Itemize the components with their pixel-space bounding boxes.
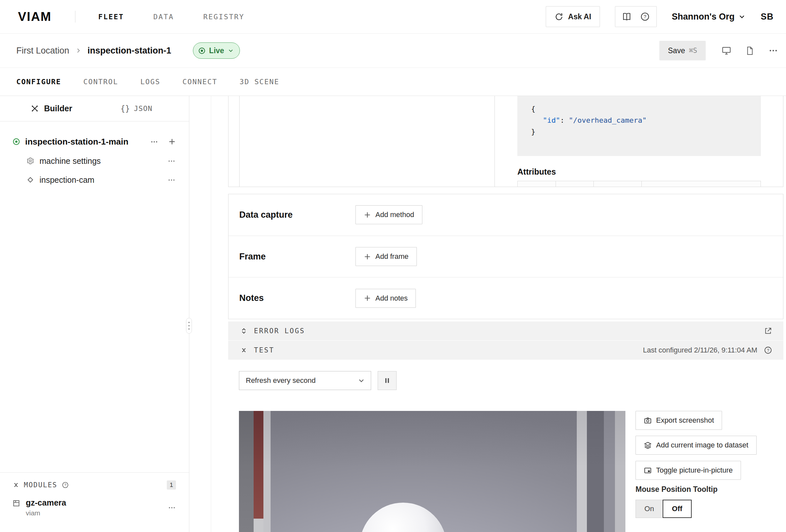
expand-section-icon[interactable]	[240, 327, 248, 334]
code-line: {	[531, 103, 761, 115]
ask-ai-button[interactable]: Ask AI	[546, 6, 600, 27]
builder-json-toggle: Builder {} JSON	[0, 96, 189, 121]
mouse-position-tooltip-label: Mouse Position Tooltip	[635, 485, 717, 494]
picture-in-picture-icon	[644, 466, 652, 475]
test-bar[interactable]: TEST Last configured 2/11/26, 9:11:04 AM…	[228, 341, 783, 360]
modules-header: MODULES ? 1	[13, 481, 176, 490]
inspection-cam-more-icon[interactable]	[167, 176, 176, 184]
tree-item-machine-settings[interactable]: machine settings	[0, 152, 189, 170]
gear-icon	[26, 157, 34, 165]
module-item-gz-camera[interactable]: gz-camera viam	[13, 498, 176, 517]
sidebar-resize-handle[interactable]	[186, 318, 192, 333]
module-more-icon[interactable]	[168, 504, 176, 512]
collapse-section-icon[interactable]	[13, 481, 20, 489]
module-icon	[13, 499, 20, 517]
error-logs-bar[interactable]: ERROR LOGS	[228, 322, 783, 341]
plus-icon	[364, 253, 371, 260]
more-options-icon[interactable]	[768, 46, 778, 55]
breadcrumb-chevron-icon	[75, 47, 82, 54]
top-navbar: VIAM FLEET DATA REGISTRY Ask AI	[0, 0, 786, 33]
nav-fleet[interactable]: FLEET	[98, 13, 124, 21]
modules-section: MODULES ? 1 gz-camera viam	[0, 472, 189, 532]
builder-tools-icon	[31, 105, 39, 113]
add-method-button[interactable]: Add method	[355, 205, 422, 224]
pause-icon	[384, 377, 391, 384]
user-avatar[interactable]: SB	[761, 12, 778, 22]
machine-header-bar: First Location inspection-station-1 Live…	[0, 33, 786, 68]
document-icon[interactable]	[745, 46, 755, 55]
component-empty-panel	[239, 96, 495, 187]
docs-book-icon[interactable]	[622, 12, 632, 22]
braces-icon: {}	[120, 104, 130, 113]
header-icon-group: ?	[615, 6, 657, 27]
monitor-icon[interactable]	[721, 46, 732, 56]
toggle-pip-button[interactable]: Toggle picture-in-picture	[635, 461, 741, 480]
test-help-icon[interactable]: ?	[764, 346, 772, 354]
add-component-icon[interactable]	[168, 138, 176, 145]
json-label: JSON	[134, 105, 153, 113]
json-mode-button[interactable]: {} JSON	[120, 104, 153, 113]
tab-control[interactable]: CONTROL	[83, 78, 118, 86]
tooltip-off-button[interactable]: Off	[663, 500, 692, 518]
inspection-cam-label: inspection-cam	[40, 175, 94, 185]
org-switcher[interactable]: Shannon's Org	[672, 12, 745, 22]
live-icon	[198, 47, 206, 54]
topnav-right: Ask AI ? Shannon's Org	[546, 6, 778, 27]
tab-logs[interactable]: LOGS	[140, 78, 160, 86]
machine-settings-label: machine settings	[40, 156, 101, 166]
last-configured-text: Last configured 2/11/26, 9:11:04 AM	[643, 346, 757, 354]
save-label: Save	[668, 46, 685, 55]
data-capture-title: Data capture	[239, 210, 355, 220]
tab-3d-scene[interactable]: 3D SCENE	[239, 78, 279, 86]
attributes-json-editor[interactable]: { "id": "/overhead_camera" }	[517, 96, 761, 156]
module-publisher: viam	[26, 509, 66, 517]
modules-title: MODULES	[24, 481, 57, 489]
pause-refresh-button[interactable]	[378, 371, 397, 390]
frame-title: Frame	[239, 252, 355, 262]
chevron-down-icon	[358, 377, 365, 384]
breadcrumb-location[interactable]: First Location	[16, 46, 69, 56]
tab-configure[interactable]: CONFIGURE	[16, 78, 61, 86]
json-key: "id"	[543, 116, 560, 124]
add-frame-button[interactable]: Add frame	[355, 247, 417, 266]
part-more-options-icon[interactable]	[150, 138, 158, 146]
org-name: Shannon's Org	[672, 12, 735, 22]
svg-text:?: ?	[64, 483, 66, 487]
nav-data[interactable]: DATA	[154, 13, 174, 21]
component-diamond-icon	[26, 176, 34, 184]
machine-part-tree: inspection-station-1-main	[0, 121, 189, 189]
add-to-dataset-button[interactable]: Add current image to dataset	[635, 436, 757, 455]
frame-section: Frame Add frame	[229, 236, 783, 278]
attributes-table-header	[517, 181, 761, 187]
attributes-heading: Attributes	[517, 167, 556, 177]
open-external-icon[interactable]	[764, 327, 772, 335]
save-button[interactable]: Save ⌘S	[660, 41, 706, 61]
tree-item-main-part[interactable]: inspection-station-1-main	[0, 132, 189, 152]
live-chevron-down-icon	[228, 48, 234, 53]
camera-icon	[644, 416, 652, 425]
test-title: TEST	[254, 346, 275, 354]
machine-settings-more-icon[interactable]	[167, 157, 176, 165]
svg-text:?: ?	[767, 348, 769, 353]
tab-connect[interactable]: CONNECT	[183, 78, 217, 86]
live-label: Live	[209, 46, 224, 55]
sidebar-spacer	[0, 189, 189, 472]
help-icon[interactable]: ?	[640, 12, 650, 22]
tree-item-inspection-cam[interactable]: inspection-cam	[0, 170, 189, 189]
nav-registry[interactable]: REGISTRY	[203, 13, 245, 21]
live-status-pill[interactable]: Live	[193, 42, 240, 59]
add-notes-button[interactable]: Add notes	[355, 289, 416, 308]
camera-feed[interactable]	[239, 411, 625, 532]
svg-text:?: ?	[644, 14, 646, 19]
builder-mode-button[interactable]: Builder	[31, 104, 72, 113]
refresh-rate-select[interactable]: Refresh every second	[239, 371, 371, 390]
camera-scene-vignette	[239, 411, 625, 532]
config-main: { "id": "/overhead_camera" } Attributes …	[189, 96, 786, 532]
ask-ai-label: Ask AI	[568, 13, 591, 21]
component-sections-card: Data capture Add method Frame Add	[228, 194, 783, 319]
tooltip-on-button[interactable]: On	[635, 500, 663, 518]
modules-help-icon[interactable]: ?	[62, 481, 69, 489]
export-screenshot-button[interactable]: Export screenshot	[635, 411, 722, 430]
viam-logo[interactable]: VIAM	[18, 10, 51, 24]
collapse-section-icon[interactable]	[240, 347, 248, 354]
